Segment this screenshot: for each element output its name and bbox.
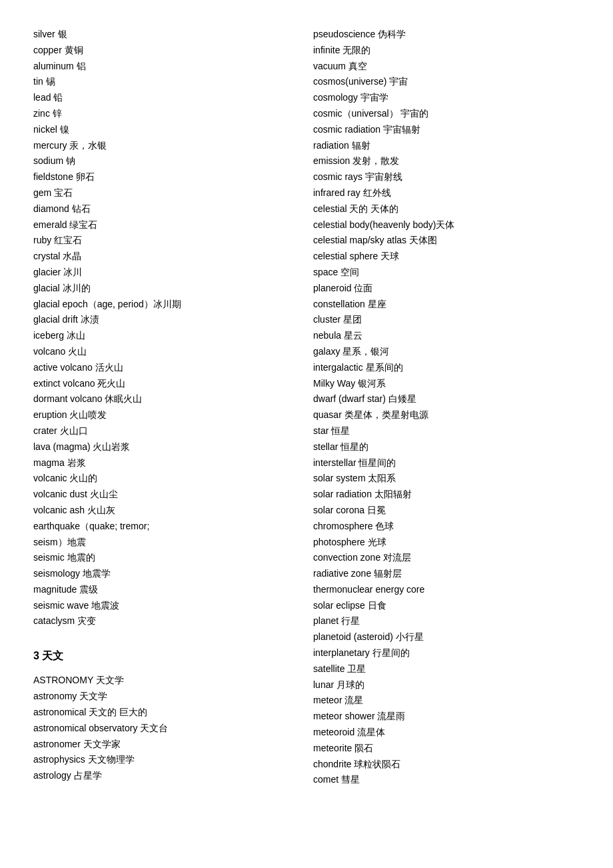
list-item: astrology 占星学 — [33, 768, 300, 784]
list-item: seismic wave 地震波 — [33, 598, 300, 614]
list-item: space 空间 — [313, 265, 580, 281]
list-item: stellar 恒星的 — [313, 439, 580, 455]
list-item: diamond 钻石 — [33, 201, 300, 217]
list-item: thermonuclear energy core — [313, 582, 580, 598]
list-item: glacial epoch（age, period）冰川期 — [33, 297, 300, 313]
list-item: astronomical observatory 天文台 — [33, 721, 300, 737]
list-item: volcano 火山 — [33, 344, 300, 360]
list-item: seism）地震 — [33, 535, 300, 551]
list-item: eruption 火山喷发 — [33, 407, 300, 423]
list-item: tin 锡 — [33, 74, 300, 90]
list-item: celestial 天的 天体的 — [313, 201, 580, 217]
list-item: celestial body(heavenly body)天体 — [313, 217, 580, 233]
list-item: emerald 绿宝石 — [33, 217, 300, 233]
list-item: infinite 无限的 — [313, 43, 580, 59]
list-item: celestial map/sky atlas 天体图 — [313, 233, 580, 249]
list-item: lead 铅 — [33, 90, 300, 106]
left-column: silver 银copper 黄铜aluminum 铝tin 锡lead 铅zi… — [33, 27, 300, 788]
right-column: pseudoscience 伪科学infinite 无限的vacuum 真空co… — [313, 27, 580, 788]
list-item: constellation 星座 — [313, 297, 580, 313]
list-item: intergalactic 星系间的 — [313, 360, 580, 376]
list-item: comet 彗星 — [313, 772, 580, 788]
list-item: astronomy 天文学 — [33, 689, 300, 705]
list-item: ASTRONOMY 天文学 — [33, 673, 300, 689]
list-item: mercury 汞，水银 — [33, 138, 300, 154]
list-item: radiation 辐射 — [313, 138, 580, 154]
list-item: gem 宝石 — [33, 185, 300, 201]
list-item: astrophysics 天文物理学 — [33, 752, 300, 768]
section-header: 3 天文 — [33, 647, 300, 665]
list-item: radiative zone 辐射层 — [313, 566, 580, 582]
main-content: silver 银copper 黄铜aluminum 铝tin 锡lead 铅zi… — [33, 27, 580, 788]
list-item: volcanic dust 火山尘 — [33, 487, 300, 503]
list-item: pseudoscience 伪科学 — [313, 27, 580, 43]
list-item: solar radiation 太阳辐射 — [313, 487, 580, 503]
list-item: interstellar 恒星间的 — [313, 455, 580, 471]
list-item: emission 发射，散发 — [313, 153, 580, 169]
list-item: cosmic（universal） 宇宙的 — [313, 106, 580, 122]
list-item: planetoid (asteroid) 小行星 — [313, 629, 580, 645]
list-item: meteoroid 流星体 — [313, 725, 580, 741]
spacer — [33, 629, 300, 635]
list-item: star 恒星 — [313, 423, 580, 439]
list-item: quasar 类星体，类星射电源 — [313, 407, 580, 423]
list-item: solar system 太阳系 — [313, 471, 580, 487]
list-item: astronomical 天文的 巨大的 — [33, 705, 300, 721]
list-item: cataclysm 灾变 — [33, 613, 300, 629]
list-item: fieldstone 卵石 — [33, 169, 300, 185]
list-item: lava (magma) 火山岩浆 — [33, 439, 300, 455]
list-item: nebula 星云 — [313, 328, 580, 344]
list-item: chromosphere 色球 — [313, 519, 580, 535]
list-item: active volcano 活火山 — [33, 360, 300, 376]
list-item: magma 岩浆 — [33, 455, 300, 471]
list-item: Milky Way 银河系 — [313, 376, 580, 392]
list-item: iceberg 冰山 — [33, 328, 300, 344]
list-item: cosmos(universe) 宇宙 — [313, 74, 580, 90]
list-item: planeroid 位面 — [313, 281, 580, 297]
list-item: crystal 水晶 — [33, 249, 300, 265]
list-item: seismology 地震学 — [33, 566, 300, 582]
list-item: glacial drift 冰渍 — [33, 312, 300, 328]
list-item: vacuum 真空 — [313, 59, 580, 75]
list-item: cosmic radiation 宇宙辐射 — [313, 122, 580, 138]
list-item: silver 银 — [33, 27, 300, 43]
list-item: infrared ray 红外线 — [313, 185, 580, 201]
list-item: crater 火山口 — [33, 423, 300, 439]
list-item: copper 黄铜 — [33, 43, 300, 59]
list-item: extinct volcano 死火山 — [33, 376, 300, 392]
list-item: meteor shower 流星雨 — [313, 709, 580, 725]
list-item: aluminum 铝 — [33, 59, 300, 75]
list-item: nickel 镍 — [33, 122, 300, 138]
list-item: seismic 地震的 — [33, 550, 300, 566]
list-item: dormant volcano 休眠火山 — [33, 391, 300, 407]
list-item: galaxy 星系，银河 — [313, 344, 580, 360]
list-item: astronomer 天文学家 — [33, 737, 300, 753]
list-item: solar eclipse 日食 — [313, 598, 580, 614]
list-item: cosmic rays 宇宙射线 — [313, 169, 580, 185]
list-item: planet 行星 — [313, 613, 580, 629]
list-item: glacial 冰川的 — [33, 281, 300, 297]
list-item: meteorite 陨石 — [313, 741, 580, 757]
list-item: earthquake（quake; tremor; — [33, 519, 300, 535]
list-item: glacier 冰川 — [33, 265, 300, 281]
list-item: magnitude 震级 — [33, 582, 300, 598]
list-item: zinc 锌 — [33, 106, 300, 122]
list-item: dwarf (dwarf star) 白矮星 — [313, 391, 580, 407]
list-item: satellite 卫星 — [313, 661, 580, 677]
list-item: interplanetary 行星间的 — [313, 645, 580, 661]
list-item: convection zone 对流层 — [313, 550, 580, 566]
list-item: cosmology 宇宙学 — [313, 90, 580, 106]
list-item: cluster 星团 — [313, 312, 580, 328]
spacer — [33, 667, 300, 673]
list-item: meteor 流星 — [313, 693, 580, 709]
list-item: solar corona 日冕 — [313, 503, 580, 519]
list-item: sodium 钠 — [33, 153, 300, 169]
list-item: celestial sphere 天球 — [313, 249, 580, 265]
list-item: ruby 红宝石 — [33, 233, 300, 249]
list-item: volcanic 火山的 — [33, 471, 300, 487]
list-item: volcanic ash 火山灰 — [33, 503, 300, 519]
list-item: chondrite 球粒状陨石 — [313, 757, 580, 773]
list-item: lunar 月球的 — [313, 677, 580, 693]
list-item: photosphere 光球 — [313, 535, 580, 551]
